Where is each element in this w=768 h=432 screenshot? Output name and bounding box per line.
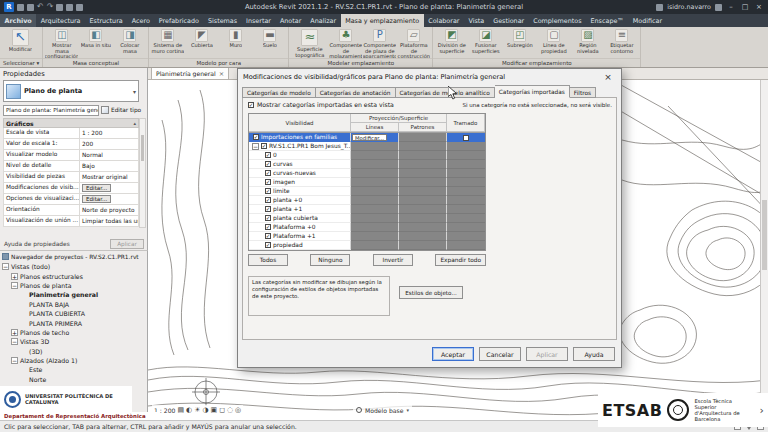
lines-cell[interactable]: Modificar... <box>351 133 399 142</box>
fusionar-superficies-button[interactable]: ◪Fusionar superficies <box>469 28 502 58</box>
visibility-checkbox[interactable] <box>265 179 271 185</box>
help-icon[interactable] <box>715 4 722 11</box>
section-graficos[interactable]: Gráficos ▴ <box>3 118 139 128</box>
category-row[interactable]: limite <box>249 187 485 196</box>
ribbon-tab-acero[interactable]: Acero <box>127 14 154 27</box>
view-control-bar[interactable]: 1 : 200 ▤◐☀◑▣◻◌◎ <box>152 405 243 415</box>
revit-logo-icon[interactable]: R <box>4 2 14 12</box>
visibility-checkbox[interactable] <box>265 161 271 167</box>
visibility-checkbox[interactable] <box>265 242 271 248</box>
dialog-title-bar[interactable]: Modificaciones de visibilidad/gráficos p… <box>238 69 621 84</box>
crop-view-icon[interactable]: ▣ <box>211 407 218 414</box>
componente-de-emplazamiento-button[interactable]: ♣Componente de emplazamiento <box>329 28 362 58</box>
canvas-scrollbar[interactable] <box>760 80 768 420</box>
expandir-todo-button[interactable]: Expandir todo <box>435 254 486 266</box>
close-view-icon[interactable]: × <box>219 70 224 78</box>
design-options-control[interactable]: Modelo base ▾ <box>353 405 412 415</box>
category-row[interactable]: −RV.S1.C1.PR1 Bom Jesus_T... <box>249 142 485 151</box>
ribbon-tab-vista[interactable]: Vista <box>464 14 489 27</box>
category-row[interactable]: propiedad <box>249 241 485 250</box>
category-row[interactable]: planta +1 <box>249 205 485 214</box>
ninguno-button[interactable]: Ninguno <box>310 254 350 266</box>
instance-selector[interactable]: Plano de planta: Planimetría general ▾ <box>3 105 99 116</box>
visibility-checkbox[interactable] <box>265 224 271 230</box>
etiquetar-contorno-button[interactable]: ≡Etiquetar contorno <box>605 28 638 58</box>
visibility-checkbox[interactable] <box>265 188 271 194</box>
expand-icon[interactable]: − <box>11 338 18 345</box>
category-row[interactable]: Importaciones en familiasModificar... <box>249 133 485 142</box>
properties-scrollbar[interactable] <box>139 118 146 228</box>
category-row[interactable]: planta +0 <box>249 196 485 205</box>
expand-icon[interactable]: + <box>11 329 18 336</box>
ribbon-tab-anotar[interactable]: Anotar <box>275 14 305 27</box>
ribbon-tab-enscape[interactable]: Enscape™ <box>586 14 628 27</box>
cancelar-button[interactable]: Cancelar <box>479 347 521 361</box>
division-de-superficie-button[interactable]: ◩División de superficie <box>435 28 468 58</box>
browser-item-planta-cubierta[interactable]: PLANTA CUBIERTA <box>0 309 147 318</box>
category-row[interactable]: 0 <box>249 151 485 160</box>
browser-item-planos-estructurales[interactable]: +Planos estructurales <box>0 271 147 280</box>
masa-in-situ-button[interactable]: ◧Masa in situ <box>79 28 112 58</box>
expand-icon[interactable]: − <box>11 357 18 364</box>
ayuda-button[interactable]: Ayuda <box>573 347 615 361</box>
maximize-button[interactable]: □ <box>740 3 750 11</box>
halftone-cell[interactable] <box>447 133 485 142</box>
visibility-checkbox[interactable] <box>265 206 271 212</box>
category-row[interactable]: planta cubierta <box>249 214 485 223</box>
visibility-checkbox[interactable] <box>265 197 271 203</box>
visibility-checkbox[interactable] <box>265 170 271 176</box>
visibility-checkbox[interactable] <box>265 233 271 239</box>
expand-icon[interactable]: + <box>11 273 18 280</box>
type-selector[interactable]: Plano de planta ▾ <box>3 80 139 102</box>
detail-level-icon[interactable]: ▤ <box>177 407 184 414</box>
invertir-button[interactable]: Invertir <box>373 254 413 266</box>
temporary-hide-icon[interactable]: ◌ <box>227 407 233 414</box>
edit-type-button[interactable]: Editar tipo <box>101 106 145 114</box>
ribbon-tab-sistemas[interactable]: Sistemas <box>203 14 241 27</box>
ribbon-tab-analizar[interactable]: Analizar <box>306 14 341 27</box>
measure-icon[interactable] <box>66 4 73 11</box>
shadows-icon[interactable]: ◑ <box>202 407 208 414</box>
ribbon-tab-modificar[interactable]: Modificar <box>628 14 666 27</box>
sun-path-icon[interactable]: ☀ <box>194 407 200 414</box>
muro-button[interactable]: ▮Muro <box>219 28 252 58</box>
region-nivelada-button[interactable]: ▨Región nivelada <box>571 28 604 58</box>
apply-button[interactable]: Aplicar <box>110 239 144 249</box>
ribbon-tab-estructura[interactable]: Estructura <box>85 14 127 27</box>
chevron-right-icon[interactable]: › <box>760 404 764 417</box>
category-row[interactable]: curvas <box>249 160 485 169</box>
browser-item-planta-baja[interactable]: PLANTA BAJA <box>0 300 147 309</box>
visibility-checkbox[interactable] <box>265 152 271 158</box>
undo-icon[interactable]: ↶ <box>37 3 44 11</box>
linea-de-propiedad-button[interactable]: ▢Línea de propiedad <box>537 28 570 58</box>
ribbon-tab-archivo[interactable]: Archivo <box>0 14 36 27</box>
lines-override-button[interactable]: Modificar... <box>352 134 387 141</box>
colocar-masa-button[interactable]: ◨Colocar masa <box>113 28 146 58</box>
modificar-button[interactable]: ↖Modificar <box>2 28 39 58</box>
visibility-checkbox[interactable] <box>261 143 267 149</box>
superficie-topografica-button[interactable]: ≈Superficie topográfica <box>291 28 328 58</box>
expand-icon[interactable]: − <box>252 143 259 150</box>
componente-de-plaza-de-aparcamiento-button[interactable]: PComponente de plaza de aparcamiento <box>363 28 396 58</box>
ribbon-tab-arquitectura[interactable]: Arquitectura <box>36 14 85 27</box>
category-row[interactable]: Plataforma +1 <box>249 232 485 241</box>
dialog-tab-categorias-importadas[interactable]: Categorías importadas <box>495 85 570 98</box>
object-styles-button[interactable]: Estilos de objeto... <box>399 286 463 299</box>
view-tab-planimetria-general[interactable]: Planimetría general × <box>151 68 229 79</box>
browser-item-3d[interactable]: (3D) <box>0 347 147 356</box>
properties-help-link[interactable]: Ayuda de propiedades <box>4 241 70 247</box>
browser-item-planos-de-planta[interactable]: −Planos de planta <box>0 281 147 290</box>
dialog-tab-categorias-de-anotacion[interactable]: Categorías de anotación <box>316 87 396 98</box>
reveal-hidden-icon[interactable]: ◎ <box>235 407 241 414</box>
visibility-checkbox[interactable] <box>265 215 271 221</box>
category-row[interactable]: imagen <box>249 178 485 187</box>
subregion-button[interactable]: ◰Subregión <box>503 28 536 58</box>
ribbon-tab-masa-y-emplazamiento[interactable]: Masa y emplazamiento <box>341 14 424 27</box>
browser-item-vistas-todo[interactable]: −Vistas (todo) <box>0 262 147 271</box>
close-window-button[interactable]: × <box>754 3 764 11</box>
open-icon[interactable] <box>17 4 24 11</box>
visibility-checkbox[interactable] <box>253 134 259 140</box>
signed-in-user[interactable]: isidro.navarro <box>667 3 711 11</box>
plataforma-de-construccion-button[interactable]: ▱Plataforma de construcción <box>397 28 430 58</box>
dialog-tab-filtros[interactable]: Filtros <box>570 87 596 98</box>
